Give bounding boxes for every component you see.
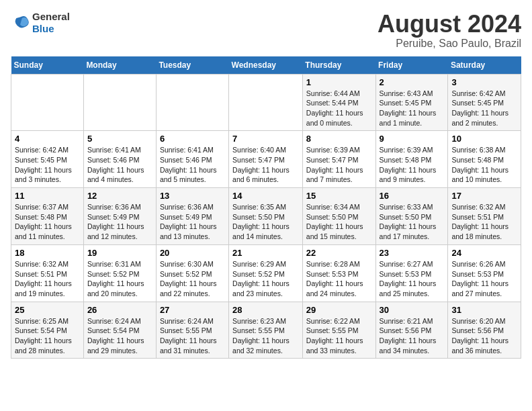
calendar-cell: 17Sunrise: 6:32 AM Sunset: 5:51 PM Dayli… — [448, 188, 521, 245]
sub-title: Peruibe, Sao Paulo, Brazil — [378, 38, 521, 50]
calendar-cell: 27Sunrise: 6:24 AM Sunset: 5:55 PM Dayli… — [156, 302, 228, 359]
day-number: 5 — [87, 134, 152, 144]
day-number: 15 — [306, 191, 372, 201]
calendar-cell: 28Sunrise: 6:23 AM Sunset: 5:55 PM Dayli… — [229, 302, 303, 359]
day-cell-content: Sunrise: 6:41 AM Sunset: 5:46 PM Dayligh… — [87, 145, 152, 185]
day-cell-content: Sunrise: 6:34 AM Sunset: 5:50 PM Dayligh… — [306, 202, 372, 242]
day-cell-content: Sunrise: 6:44 AM Sunset: 5:44 PM Dayligh… — [306, 89, 372, 128]
day-number: 29 — [306, 305, 372, 315]
calendar-cell — [83, 74, 156, 131]
calendar-cell: 12Sunrise: 6:36 AM Sunset: 5:49 PM Dayli… — [83, 188, 156, 245]
day-number: 21 — [232, 248, 299, 258]
day-cell-content: Sunrise: 6:38 AM Sunset: 5:48 PM Dayligh… — [451, 145, 517, 185]
day-cell-content: Sunrise: 6:28 AM Sunset: 5:53 PM Dayligh… — [306, 259, 372, 299]
day-number: 1 — [306, 77, 372, 87]
day-number: 14 — [232, 191, 299, 201]
day-number: 7 — [232, 134, 299, 144]
day-number: 4 — [15, 134, 80, 144]
day-cell-content: Sunrise: 6:36 AM Sunset: 5:49 PM Dayligh… — [87, 202, 152, 242]
calendar-cell: 24Sunrise: 6:26 AM Sunset: 5:53 PM Dayli… — [448, 244, 521, 302]
main-title: August 2024 — [378, 11, 521, 38]
day-number: 2 — [380, 77, 445, 87]
calendar-cell: 20Sunrise: 6:30 AM Sunset: 5:52 PM Dayli… — [156, 244, 228, 302]
calendar-cell — [156, 74, 228, 131]
day-number: 28 — [232, 305, 299, 315]
day-cell-content: Sunrise: 6:37 AM Sunset: 5:48 PM Dayligh… — [15, 202, 80, 242]
calendar-cell: 9Sunrise: 6:39 AM Sunset: 5:48 PM Daylig… — [375, 131, 448, 188]
calendar-cell: 2Sunrise: 6:43 AM Sunset: 5:45 PM Daylig… — [375, 74, 448, 131]
day-cell-content: Sunrise: 6:27 AM Sunset: 5:53 PM Dayligh… — [380, 259, 445, 299]
calendar-cell: 21Sunrise: 6:29 AM Sunset: 5:52 PM Dayli… — [229, 244, 303, 302]
calendar-week-1: 1Sunrise: 6:44 AM Sunset: 5:44 PM Daylig… — [11, 74, 521, 131]
calendar-cell: 31Sunrise: 6:20 AM Sunset: 5:56 PM Dayli… — [448, 302, 521, 359]
page-header: General Blue August 2024 Peruibe, Sao Pa… — [11, 11, 521, 50]
day-number: 23 — [380, 248, 445, 258]
day-cell-content: Sunrise: 6:43 AM Sunset: 5:45 PM Dayligh… — [380, 89, 445, 128]
calendar-cell: 5Sunrise: 6:41 AM Sunset: 5:46 PM Daylig… — [83, 131, 156, 188]
day-number: 11 — [15, 191, 80, 201]
day-cell-content: Sunrise: 6:41 AM Sunset: 5:46 PM Dayligh… — [160, 145, 225, 185]
title-block: August 2024 Peruibe, Sao Paulo, Brazil — [378, 11, 521, 50]
day-cell-content: Sunrise: 6:35 AM Sunset: 5:50 PM Dayligh… — [232, 202, 299, 242]
calendar-cell: 8Sunrise: 6:39 AM Sunset: 5:47 PM Daylig… — [302, 131, 375, 188]
header-thursday: Thursday — [302, 56, 375, 75]
calendar-week-5: 25Sunrise: 6:25 AM Sunset: 5:54 PM Dayli… — [11, 302, 521, 359]
calendar-cell: 7Sunrise: 6:40 AM Sunset: 5:47 PM Daylig… — [229, 131, 303, 188]
day-number: 9 — [380, 134, 445, 144]
logo-blue: Blue — [32, 23, 54, 34]
calendar-cell: 16Sunrise: 6:33 AM Sunset: 5:50 PM Dayli… — [375, 188, 448, 245]
day-cell-content: Sunrise: 6:42 AM Sunset: 5:45 PM Dayligh… — [451, 89, 517, 128]
day-cell-content: Sunrise: 6:39 AM Sunset: 5:47 PM Dayligh… — [306, 145, 372, 185]
day-cell-content: Sunrise: 6:42 AM Sunset: 5:45 PM Dayligh… — [15, 145, 80, 185]
day-cell-content: Sunrise: 6:29 AM Sunset: 5:52 PM Dayligh… — [232, 259, 299, 299]
calendar-cell: 18Sunrise: 6:32 AM Sunset: 5:51 PM Dayli… — [11, 244, 84, 302]
calendar-cell: 6Sunrise: 6:41 AM Sunset: 5:46 PM Daylig… — [156, 131, 228, 188]
day-number: 8 — [306, 134, 372, 144]
day-number: 10 — [451, 134, 517, 144]
day-number: 25 — [15, 305, 80, 315]
day-cell-content: Sunrise: 6:23 AM Sunset: 5:55 PM Dayligh… — [232, 316, 299, 356]
day-number: 31 — [451, 305, 517, 315]
day-cell-content: Sunrise: 6:32 AM Sunset: 5:51 PM Dayligh… — [451, 202, 517, 242]
calendar-week-2: 4Sunrise: 6:42 AM Sunset: 5:45 PM Daylig… — [11, 131, 521, 188]
day-cell-content: Sunrise: 6:40 AM Sunset: 5:47 PM Dayligh… — [232, 145, 299, 185]
day-cell-content: Sunrise: 6:22 AM Sunset: 5:55 PM Dayligh… — [306, 316, 372, 356]
header-monday: Monday — [83, 56, 156, 75]
calendar-cell: 11Sunrise: 6:37 AM Sunset: 5:48 PM Dayli… — [11, 188, 84, 245]
day-cell-content: Sunrise: 6:24 AM Sunset: 5:55 PM Dayligh… — [160, 316, 225, 356]
day-number: 3 — [451, 77, 517, 87]
day-cell-content: Sunrise: 6:24 AM Sunset: 5:54 PM Dayligh… — [87, 316, 152, 356]
calendar-table: SundayMondayTuesdayWednesdayThursdayFrid… — [11, 56, 521, 359]
day-number: 20 — [160, 248, 225, 258]
day-number: 12 — [87, 191, 152, 201]
calendar-week-4: 18Sunrise: 6:32 AM Sunset: 5:51 PM Dayli… — [11, 244, 521, 302]
day-number: 17 — [451, 191, 517, 201]
day-number: 24 — [451, 248, 517, 258]
calendar-cell: 19Sunrise: 6:31 AM Sunset: 5:52 PM Dayli… — [83, 244, 156, 302]
calendar-cell — [229, 74, 303, 131]
calendar-cell: 30Sunrise: 6:21 AM Sunset: 5:56 PM Dayli… — [375, 302, 448, 359]
calendar-cell: 22Sunrise: 6:28 AM Sunset: 5:53 PM Dayli… — [302, 244, 375, 302]
day-number: 6 — [160, 134, 225, 144]
calendar-cell: 29Sunrise: 6:22 AM Sunset: 5:55 PM Dayli… — [302, 302, 375, 359]
day-number: 18 — [15, 248, 80, 258]
calendar-cell: 3Sunrise: 6:42 AM Sunset: 5:45 PM Daylig… — [448, 74, 521, 131]
header-wednesday: Wednesday — [229, 56, 303, 75]
calendar-body: 1Sunrise: 6:44 AM Sunset: 5:44 PM Daylig… — [11, 74, 521, 359]
day-cell-content: Sunrise: 6:30 AM Sunset: 5:52 PM Dayligh… — [160, 259, 225, 299]
day-cell-content: Sunrise: 6:21 AM Sunset: 5:56 PM Dayligh… — [380, 316, 445, 356]
day-cell-content: Sunrise: 6:20 AM Sunset: 5:56 PM Dayligh… — [451, 316, 517, 356]
day-number: 27 — [160, 305, 225, 315]
calendar-week-3: 11Sunrise: 6:37 AM Sunset: 5:48 PM Dayli… — [11, 188, 521, 245]
day-cell-content: Sunrise: 6:31 AM Sunset: 5:52 PM Dayligh… — [87, 259, 152, 299]
day-cell-content: Sunrise: 6:26 AM Sunset: 5:53 PM Dayligh… — [451, 259, 517, 299]
day-number: 19 — [87, 248, 152, 258]
calendar-cell: 15Sunrise: 6:34 AM Sunset: 5:50 PM Dayli… — [302, 188, 375, 245]
day-cell-content: Sunrise: 6:36 AM Sunset: 5:49 PM Dayligh… — [160, 202, 225, 242]
calendar-cell: 10Sunrise: 6:38 AM Sunset: 5:48 PM Dayli… — [448, 131, 521, 188]
header-sunday: Sunday — [11, 56, 84, 75]
day-number: 30 — [380, 305, 445, 315]
day-number: 26 — [87, 305, 152, 315]
header-friday: Friday — [375, 56, 448, 75]
header-tuesday: Tuesday — [156, 56, 228, 75]
